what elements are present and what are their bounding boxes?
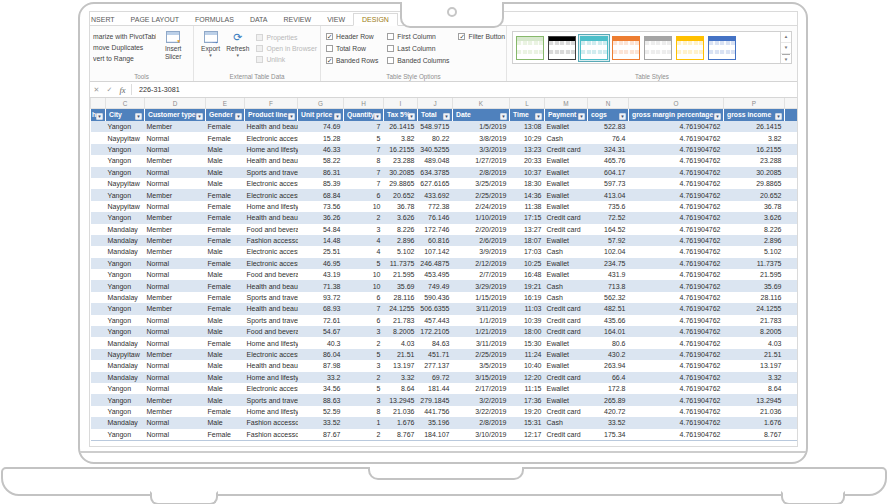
cell[interactable]: 4.03 (384, 337, 418, 348)
cell[interactable]: 8.767 (724, 429, 785, 441)
export-button[interactable]: Export ▾ (197, 28, 224, 71)
cell[interactable]: 8.2005 (384, 326, 418, 337)
cell[interactable]: Male (206, 144, 245, 155)
cell[interactable]: 21.783 (724, 315, 785, 326)
cell[interactable]: Yangon (106, 155, 145, 166)
cell[interactable]: 11.7375 (724, 258, 785, 269)
cell-right-sliver[interactable] (785, 406, 798, 417)
cell[interactable]: Home and lifestyle (245, 406, 298, 417)
cell[interactable]: 10 (344, 280, 384, 291)
cell[interactable]: 2/25/2019 (453, 349, 510, 360)
cell[interactable]: 21.51 (724, 349, 785, 360)
cell-branch-sliver[interactable] (91, 224, 106, 235)
cell[interactable]: 453.495 (418, 269, 453, 280)
cell[interactable]: 2/12/2019 (453, 258, 510, 269)
column-header-letter[interactable]: N (588, 98, 629, 109)
cell[interactable]: Normal (145, 326, 206, 337)
cell[interactable]: Yangon (106, 189, 145, 200)
column-header-payment[interactable]: ▼Payment (545, 109, 588, 122)
cell[interactable]: Member (145, 406, 206, 417)
checkbox-total-row[interactable]: Total Row (326, 44, 378, 53)
cell[interactable]: 35.196 (418, 417, 453, 428)
cell[interactable]: Ewallet (545, 167, 588, 178)
cell-branch-sliver[interactable] (91, 360, 106, 371)
cell[interactable]: 506.6355 (418, 303, 453, 314)
cell[interactable]: Member (145, 349, 206, 360)
cell[interactable]: 35.69 (384, 280, 418, 291)
cell-branch-sliver[interactable] (91, 246, 106, 257)
cell[interactable]: 3.626 (724, 212, 785, 223)
cell[interactable]: 627.6165 (418, 178, 453, 189)
cell[interactable]: Female (206, 212, 245, 223)
cell[interactable]: 30.2085 (724, 167, 785, 178)
cell[interactable]: Home and lifestyle (245, 372, 298, 383)
cell[interactable]: 4.761904762 (629, 383, 724, 394)
cell[interactable]: 562.32 (588, 292, 629, 303)
formula-bar-value[interactable]: 226-31-3081 (134, 85, 180, 94)
cell[interactable]: 21.783 (384, 315, 418, 326)
cell[interactable]: Food and beverages (245, 224, 298, 235)
cell[interactable]: 5.102 (724, 246, 785, 257)
cell[interactable]: 457.443 (418, 315, 453, 326)
cell[interactable]: 26.1415 (724, 121, 785, 132)
cell[interactable]: 86.04 (298, 349, 344, 360)
cell-branch-sliver[interactable] (91, 349, 106, 360)
cell-branch-sliver[interactable] (91, 201, 106, 212)
summarize-with-pivottable-button[interactable]: marize with PivotTable (93, 31, 156, 42)
cell[interactable]: 4.761904762 (629, 337, 724, 348)
cell[interactable]: Female (206, 303, 245, 314)
cell[interactable]: 4.761904762 (629, 360, 724, 371)
cell[interactable]: Normal (145, 383, 206, 394)
cell[interactable]: 60.816 (418, 235, 453, 246)
cell-branch-sliver[interactable] (91, 269, 106, 280)
cell[interactable]: 2.896 (384, 235, 418, 246)
cell[interactable]: 29.8865 (384, 178, 418, 189)
cell[interactable]: 324.31 (588, 144, 629, 155)
cell-branch-sliver[interactable] (91, 394, 106, 405)
cell[interactable]: Member (145, 303, 206, 314)
cell[interactable]: 19:20 (510, 406, 545, 417)
cell[interactable]: 69.72 (418, 372, 453, 383)
gallery-more-icon[interactable]: ▼ (782, 54, 790, 65)
column-header-letter[interactable]: F (245, 98, 298, 109)
cell[interactable]: 4.761904762 (629, 280, 724, 291)
filter-button-icon[interactable]: ▼ (578, 113, 585, 120)
cell[interactable]: 66.4 (588, 372, 629, 383)
cell[interactable]: Credit card (545, 326, 588, 337)
checkbox-banded-columns[interactable]: Banded Columns (387, 56, 449, 65)
cell[interactable]: 3/15/2019 (453, 372, 510, 383)
cell[interactable]: Female (206, 132, 245, 143)
cell[interactable]: Mandalay (106, 246, 145, 257)
cell[interactable]: 4.761904762 (629, 315, 724, 326)
cell[interactable]: 18:07 (510, 235, 545, 246)
cell[interactable]: Credit card (545, 212, 588, 223)
cell[interactable]: Ewallet (545, 235, 588, 246)
cell[interactable]: 4.761904762 (629, 417, 724, 428)
filter-button-icon[interactable]: ▼ (288, 113, 295, 120)
cell-branch-sliver[interactable] (91, 429, 106, 441)
cell[interactable]: 10:37 (510, 167, 545, 178)
cell[interactable]: Ewallet (545, 189, 588, 200)
cell[interactable]: 30.2085 (384, 167, 418, 178)
cell[interactable]: Member (145, 212, 206, 223)
cell[interactable]: 4 (344, 246, 384, 257)
cell[interactable]: 2/24/2019 (453, 201, 510, 212)
ribbon-tab-review[interactable]: REVIEW (276, 14, 320, 25)
cell[interactable]: 451.71 (418, 349, 453, 360)
cell-branch-sliver[interactable] (91, 144, 106, 155)
cell[interactable]: Ewallet (545, 337, 588, 348)
cell[interactable]: Male (206, 349, 245, 360)
cell[interactable]: Normal (145, 132, 206, 143)
cell-branch-sliver[interactable] (91, 280, 106, 291)
cell[interactable]: 420.72 (588, 406, 629, 417)
checkbox-filter-button[interactable]: ✓Filter Button (458, 32, 505, 41)
cell[interactable]: 4.761904762 (629, 132, 724, 143)
cell[interactable]: 19:21 (510, 280, 545, 291)
cell[interactable]: 4.761904762 (629, 121, 724, 132)
cell[interactable]: 43.19 (298, 269, 344, 280)
cell[interactable]: 2 (344, 429, 384, 441)
insert-function-icon[interactable]: fx (116, 85, 129, 95)
cell[interactable]: 36.78 (724, 201, 785, 212)
cell[interactable]: Female (206, 235, 245, 246)
cell[interactable]: Health and beauty (245, 155, 298, 166)
